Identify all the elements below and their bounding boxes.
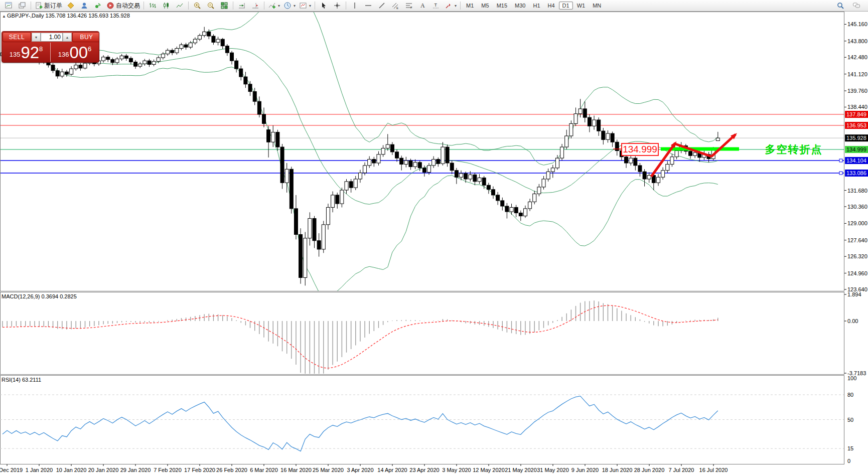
macd-label: MACD(12,26,9) 0.3694 0.2825 xyxy=(2,293,77,299)
buy-button[interactable]: BUY xyxy=(72,32,99,42)
auto-scroll-button[interactable] xyxy=(235,0,248,11)
arrows-button[interactable]: ▾ xyxy=(443,0,458,11)
sell-price[interactable]: 135 92 8 xyxy=(2,43,51,62)
candle-body xyxy=(675,150,678,156)
candle-body xyxy=(496,195,500,201)
periods-button[interactable]: ▾ xyxy=(282,0,297,11)
chevron-down-icon[interactable]: ▾ xyxy=(294,4,296,8)
candle-body xyxy=(216,39,220,42)
timeframe-m5[interactable]: M5 xyxy=(478,2,492,10)
candle-body xyxy=(602,131,605,139)
line-drag-handle[interactable] xyxy=(839,159,842,162)
timeframe-m30[interactable]: M30 xyxy=(511,2,529,10)
candle-body xyxy=(569,123,573,136)
timeframe-mn[interactable]: MN xyxy=(589,2,605,10)
text-button[interactable]: A xyxy=(416,0,429,11)
candle-body xyxy=(638,166,642,172)
price-axis-tick-label: 124.960 xyxy=(847,270,867,276)
zoom-in-button[interactable] xyxy=(191,0,204,11)
indicators-button[interactable]: ▾ xyxy=(266,0,281,11)
candle-body xyxy=(51,65,55,71)
fibonacci-button[interactable]: F xyxy=(402,0,415,11)
timeframe-w1[interactable]: W1 xyxy=(573,2,589,10)
candle-body xyxy=(368,160,371,166)
candle-body xyxy=(395,152,399,158)
new-order-button[interactable]: 新订单 xyxy=(33,0,64,11)
signals-button[interactable] xyxy=(91,0,104,11)
candle-body xyxy=(689,151,692,156)
time-axis-label: 25 Mar 2020 xyxy=(313,467,344,473)
candle-body xyxy=(693,152,697,155)
price-axis-tick-label: 126.320 xyxy=(847,253,867,259)
timeframe-m1[interactable]: M1 xyxy=(463,2,477,10)
candle-body xyxy=(670,157,674,165)
volume-decrease-button[interactable]: ▼ xyxy=(32,33,41,42)
candle-body xyxy=(157,58,160,61)
metaeditor-button[interactable] xyxy=(64,0,77,11)
timeframe-m15[interactable]: M15 xyxy=(493,2,511,10)
rsi-axis-label: 80 xyxy=(847,392,853,398)
toolbar-separator xyxy=(460,2,461,10)
one-click-trading-panel: SELL ▼ ▲ BUY 135 92 8 136 00 6 xyxy=(2,31,99,63)
candle-body xyxy=(514,207,518,213)
time-axis-label: 1 Jan 2020 xyxy=(26,467,53,473)
chart-shift-button[interactable] xyxy=(249,0,262,11)
price-axis[interactable]: 145.160143.800142.480141.120139.760138.4… xyxy=(844,21,868,292)
candle-body xyxy=(271,132,275,142)
volume-input[interactable] xyxy=(41,33,63,42)
candle-body xyxy=(427,166,431,173)
candle-body xyxy=(446,147,449,163)
candle-body xyxy=(230,53,234,61)
toolbar-separator xyxy=(233,2,233,10)
timeframe-d1[interactable]: D1 xyxy=(559,2,573,10)
candle-body xyxy=(418,163,421,168)
rsi-label: RSI(14) 63.2111 xyxy=(2,377,41,383)
autotrading-button[interactable]: 自动交易 xyxy=(105,0,141,11)
chevron-down-icon[interactable]: ▾ xyxy=(309,4,311,8)
sell-button[interactable]: SELL xyxy=(3,32,31,42)
buy-price[interactable]: 136 00 6 xyxy=(51,43,99,62)
candle-body xyxy=(313,219,316,241)
horizontal-line-button[interactable] xyxy=(362,0,375,11)
price-axis-tick-label: 142.480 xyxy=(847,54,867,60)
equidistant-channel-button[interactable]: E xyxy=(389,0,402,11)
candle-body xyxy=(593,120,596,126)
zoom-out-button[interactable] xyxy=(204,0,217,11)
candle-body xyxy=(542,179,545,187)
candle-body xyxy=(510,207,513,212)
price-axis-tick-label: 145.160 xyxy=(847,21,867,27)
timeframe-h1[interactable]: H1 xyxy=(529,2,543,10)
time-axis-label: 16 Mar 2020 xyxy=(280,467,312,473)
candle-body xyxy=(115,59,119,62)
chevron-down-icon[interactable]: ▾ xyxy=(278,4,280,8)
cursor-button[interactable] xyxy=(317,0,330,11)
text-icon: A xyxy=(418,2,426,10)
line-chart-button[interactable] xyxy=(173,0,186,11)
line-drag-handle[interactable] xyxy=(839,172,842,175)
text-label-button[interactable]: T xyxy=(429,0,443,11)
new-chart-button[interactable] xyxy=(2,0,15,11)
templates-button[interactable]: ▾ xyxy=(298,0,313,11)
candle-body xyxy=(661,171,665,178)
resistance-line-tag-label: 136.953 xyxy=(846,122,866,128)
crosshair-button[interactable] xyxy=(331,0,344,11)
candle-body xyxy=(422,168,426,173)
candlestick-chart-button[interactable] xyxy=(160,0,173,11)
tile-windows-button[interactable] xyxy=(218,0,231,11)
time-axis[interactable]: 23 Dec 20191 Jan 202010 Jan 202020 Jan 2… xyxy=(0,464,728,473)
horizontal-line-icon xyxy=(364,2,372,10)
bar-chart-button[interactable] xyxy=(146,0,159,11)
profiles-button[interactable] xyxy=(16,0,29,11)
zoom-in-icon xyxy=(193,2,201,10)
chat-button[interactable] xyxy=(850,0,863,11)
candle-body xyxy=(317,241,321,249)
chevron-down-icon[interactable]: ▾ xyxy=(455,4,457,8)
vertical-line-button[interactable] xyxy=(348,0,361,11)
search-button[interactable] xyxy=(834,0,847,11)
candle-body xyxy=(363,166,367,173)
community-button[interactable] xyxy=(78,0,91,11)
candle-body xyxy=(267,130,270,142)
trendline-button[interactable] xyxy=(375,0,388,11)
volume-increase-button[interactable]: ▲ xyxy=(63,33,72,42)
timeframe-h4[interactable]: H4 xyxy=(544,2,558,10)
